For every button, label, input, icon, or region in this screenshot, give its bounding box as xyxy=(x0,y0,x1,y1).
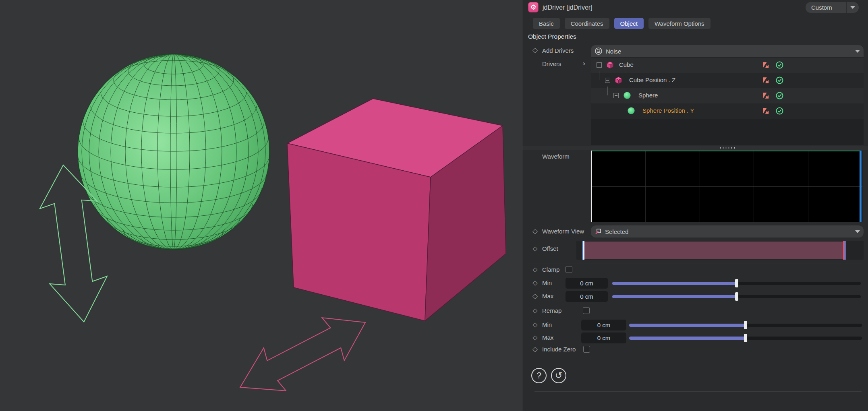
remap-label: Remap xyxy=(542,307,561,314)
remap-checkbox[interactable] xyxy=(583,307,590,314)
clamp-diamond-icon xyxy=(532,267,538,273)
offset-right-marker[interactable] xyxy=(845,241,846,260)
clamp-min-field[interactable]: 0 cm xyxy=(566,278,608,289)
waveform-display[interactable] xyxy=(591,151,862,222)
tree-row-cube-position-z[interactable]: Cube Position . Z xyxy=(591,73,864,88)
sphere-icon xyxy=(627,107,635,115)
add-drivers-dropdown-arrow[interactable] xyxy=(851,45,864,57)
tree-item-label[interactable]: Cube xyxy=(619,61,634,68)
add-drivers-dropdown[interactable]: Noise xyxy=(591,45,864,57)
clamp-min-label: Min xyxy=(542,279,552,286)
offset-range-bar[interactable] xyxy=(584,242,843,259)
object-title: jdDriver [jdDriver] xyxy=(543,4,592,11)
clamp-max-diamond-icon xyxy=(532,294,538,299)
offset-left-cursor[interactable] xyxy=(583,241,584,260)
help-button[interactable]: ? xyxy=(531,368,547,383)
tab-coordinates[interactable]: Coordinates xyxy=(565,18,609,29)
waveform-label: Waveform xyxy=(542,153,570,160)
clamp-max-slider-handle[interactable] xyxy=(735,292,738,301)
clamp-max-slider[interactable] xyxy=(612,291,861,302)
drivers-tree: Cube xyxy=(591,57,864,145)
enabled-check-icon[interactable] xyxy=(775,61,784,69)
tree-row-sphere[interactable]: Sphere xyxy=(591,88,864,103)
offset-diamond-icon xyxy=(532,246,538,252)
drivers-expand-arrow[interactable]: › xyxy=(583,60,585,68)
pink-double-arrow xyxy=(229,301,377,409)
enabled-check-icon[interactable] xyxy=(775,91,784,100)
add-drivers-label: Add Drivers xyxy=(542,47,574,54)
add-drivers-value: Noise xyxy=(606,48,621,55)
tree-item-label-selected[interactable]: Sphere Position . Y xyxy=(642,107,694,114)
offset-range-widget[interactable] xyxy=(576,241,864,260)
waveform-hidden-icon[interactable] xyxy=(762,91,770,100)
clamp-label: Clamp xyxy=(542,266,559,273)
tab-object[interactable]: Object xyxy=(614,18,644,29)
remap-min-slider[interactable] xyxy=(629,320,862,330)
tree-row-cube[interactable]: Cube xyxy=(591,58,864,73)
tree-item-label[interactable]: Cube Position . Z xyxy=(629,76,675,83)
cube-icon xyxy=(606,61,614,69)
waveform-hidden-icon[interactable] xyxy=(762,107,770,115)
jddriver-gear-icon: ⚙ xyxy=(528,2,539,12)
clamp-min-slider[interactable] xyxy=(612,278,861,289)
remap-diamond-icon xyxy=(532,308,538,314)
preset-value: Custom xyxy=(811,4,832,11)
clamp-min-diamond-icon xyxy=(532,281,538,286)
scene-canvas xyxy=(0,0,522,411)
clamp-min-slider-handle[interactable] xyxy=(735,279,738,287)
waveform-view-dropdown-arrow[interactable] xyxy=(851,225,864,238)
section-title: Object Properties xyxy=(528,33,576,40)
sphere-icon xyxy=(623,91,631,99)
remap-max-slider-handle[interactable] xyxy=(744,334,747,342)
waveform-playhead-cursor xyxy=(860,151,862,222)
tree-item-label[interactable]: Sphere xyxy=(638,92,658,99)
attribute-panel: ⚙ jdDriver [jdDriver] Custom Basic Coord… xyxy=(522,0,868,411)
enabled-check-icon[interactable] xyxy=(775,76,784,85)
add-drivers-diamond-icon xyxy=(532,48,538,53)
remap-max-field[interactable]: 0 cm xyxy=(581,333,626,343)
waveform-trace xyxy=(592,151,861,151)
reset-button[interactable]: ↺ xyxy=(551,368,566,383)
tab-basic[interactable]: Basic xyxy=(533,18,560,29)
include-zero-diamond-icon xyxy=(532,347,538,352)
waveform-hidden-icon[interactable] xyxy=(762,61,770,69)
selection-icon xyxy=(595,228,602,235)
preset-dropdown[interactable]: Custom xyxy=(806,2,859,13)
clamp-max-label: Max xyxy=(542,293,553,299)
waveform-view-diamond-icon xyxy=(532,229,538,234)
collapse-expander-icon[interactable] xyxy=(605,78,610,83)
clamp-checkbox[interactable] xyxy=(566,266,572,273)
collapse-expander-icon[interactable] xyxy=(613,93,619,98)
waveform-start-cursor xyxy=(591,151,592,222)
viewport-3d[interactable] xyxy=(0,0,522,411)
enabled-check-icon[interactable] xyxy=(775,107,784,115)
help-icon: ? xyxy=(537,371,541,380)
offset-label: Offset xyxy=(542,245,558,252)
tab-waveform-options[interactable]: Waveform Options xyxy=(648,18,711,29)
waveform-view-dropdown[interactable]: Selected xyxy=(591,225,864,238)
collapse-expander-icon[interactable] xyxy=(597,62,602,68)
tree-row-sphere-position-y[interactable]: Sphere Position . Y xyxy=(591,103,864,119)
remap-min-label: Min xyxy=(542,321,552,328)
app-window: ⚙ jdDriver [jdDriver] Custom Basic Coord… xyxy=(0,0,868,411)
waveform-hidden-icon[interactable] xyxy=(762,76,770,85)
include-zero-label: Include Zero xyxy=(542,346,576,353)
drivers-label: Drivers xyxy=(542,60,561,67)
remap-min-field[interactable]: 0 cm xyxy=(581,320,626,330)
noise-sliders-icon xyxy=(595,47,603,55)
remap-max-diamond-icon xyxy=(532,335,538,341)
panel-splitter-handle[interactable] xyxy=(522,146,868,150)
include-zero-checkbox[interactable] xyxy=(583,346,590,353)
waveform-view-value: Selected xyxy=(605,228,628,235)
clamp-max-field[interactable]: 0 cm xyxy=(566,291,608,302)
remap-min-diamond-icon xyxy=(532,322,538,328)
cube-object[interactable] xyxy=(287,99,506,321)
cube-icon xyxy=(615,76,622,84)
remap-max-label: Max xyxy=(542,334,553,341)
sphere-object[interactable] xyxy=(78,54,269,250)
preset-dropdown-arrow[interactable] xyxy=(846,2,859,13)
reset-icon: ↺ xyxy=(555,371,562,380)
tab-bar: Basic Coordinates Object Waveform Option… xyxy=(533,18,711,29)
remap-min-slider-handle[interactable] xyxy=(744,321,747,329)
remap-max-slider[interactable] xyxy=(629,333,862,343)
